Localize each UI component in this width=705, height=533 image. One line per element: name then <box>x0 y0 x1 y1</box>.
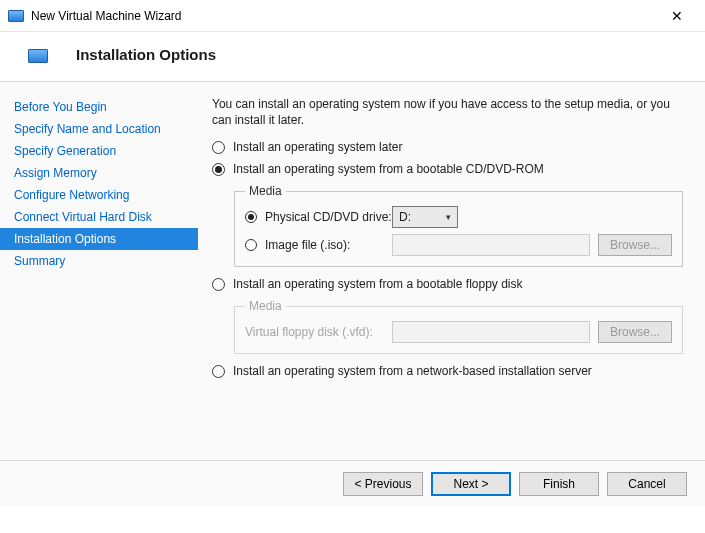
physical-drive-label: Physical CD/DVD drive: <box>265 210 392 224</box>
radio-icon[interactable] <box>212 141 225 154</box>
content-panel: You can install an operating system now … <box>198 82 705 460</box>
chevron-down-icon: ▾ <box>446 212 451 222</box>
option-install-network[interactable]: Install an operating system from a netwo… <box>212 364 683 378</box>
option-label: Install an operating system from a netwo… <box>233 364 592 378</box>
cd-media-group: Media Physical CD/DVD drive: D: ▾ Image … <box>234 184 683 267</box>
radio-icon[interactable] <box>245 239 257 251</box>
media-legend: Media <box>245 299 286 313</box>
option-label: Install an operating system from a boota… <box>233 277 523 291</box>
intro-text: You can install an operating system now … <box>212 96 683 128</box>
option-label: Install an operating system from a boota… <box>233 162 544 176</box>
media-legend: Media <box>245 184 286 198</box>
header-icon <box>28 49 48 63</box>
drive-combo[interactable]: D: ▾ <box>392 206 458 228</box>
radio-icon[interactable] <box>212 365 225 378</box>
image-file-row: Image file (.iso): Browse... <box>245 234 672 256</box>
sidebar-item-summary[interactable]: Summary <box>0 250 198 272</box>
wizard-steps-sidebar: Before You Begin Specify Name and Locati… <box>0 82 198 460</box>
option-install-cddvd[interactable]: Install an operating system from a boota… <box>212 162 683 176</box>
sidebar-item-connect-vhd[interactable]: Connect Virtual Hard Disk <box>0 206 198 228</box>
previous-button[interactable]: < Previous <box>343 472 423 496</box>
sidebar-item-specify-generation[interactable]: Specify Generation <box>0 140 198 162</box>
radio-icon[interactable] <box>212 278 225 291</box>
radio-icon[interactable] <box>212 163 225 176</box>
body: Before You Begin Specify Name and Locati… <box>0 82 705 460</box>
titlebar: New Virtual Machine Wizard ✕ <box>0 0 705 32</box>
page-title: Installation Options <box>76 46 216 63</box>
vfd-path-input <box>392 321 590 343</box>
drive-value: D: <box>399 210 411 224</box>
sidebar-item-installation-options[interactable]: Installation Options <box>0 228 198 250</box>
cancel-button[interactable]: Cancel <box>607 472 687 496</box>
physical-drive-row: Physical CD/DVD drive: D: ▾ <box>245 206 672 228</box>
close-icon[interactable]: ✕ <box>657 8 697 24</box>
sidebar-item-before-you-begin[interactable]: Before You Begin <box>0 96 198 118</box>
vfd-label: Virtual floppy disk (.vfd): <box>245 325 392 339</box>
sidebar-item-specify-name[interactable]: Specify Name and Location <box>0 118 198 140</box>
app-icon <box>8 10 24 22</box>
browse-iso-button[interactable]: Browse... <box>598 234 672 256</box>
image-file-label: Image file (.iso): <box>265 238 392 252</box>
window-title: New Virtual Machine Wizard <box>31 9 657 23</box>
wizard-footer: < Previous Next > Finish Cancel <box>0 460 705 506</box>
option-label: Install an operating system later <box>233 140 402 154</box>
wizard-header: Installation Options <box>0 32 705 82</box>
sidebar-item-assign-memory[interactable]: Assign Memory <box>0 162 198 184</box>
sidebar-item-configure-networking[interactable]: Configure Networking <box>0 184 198 206</box>
option-install-later[interactable]: Install an operating system later <box>212 140 683 154</box>
iso-path-input[interactable] <box>392 234 590 256</box>
floppy-media-group: Media Virtual floppy disk (.vfd): Browse… <box>234 299 683 354</box>
option-install-floppy[interactable]: Install an operating system from a boota… <box>212 277 683 291</box>
finish-button[interactable]: Finish <box>519 472 599 496</box>
next-button[interactable]: Next > <box>431 472 511 496</box>
browse-vfd-button: Browse... <box>598 321 672 343</box>
radio-icon[interactable] <box>245 211 257 223</box>
vfd-row: Virtual floppy disk (.vfd): Browse... <box>245 321 672 343</box>
